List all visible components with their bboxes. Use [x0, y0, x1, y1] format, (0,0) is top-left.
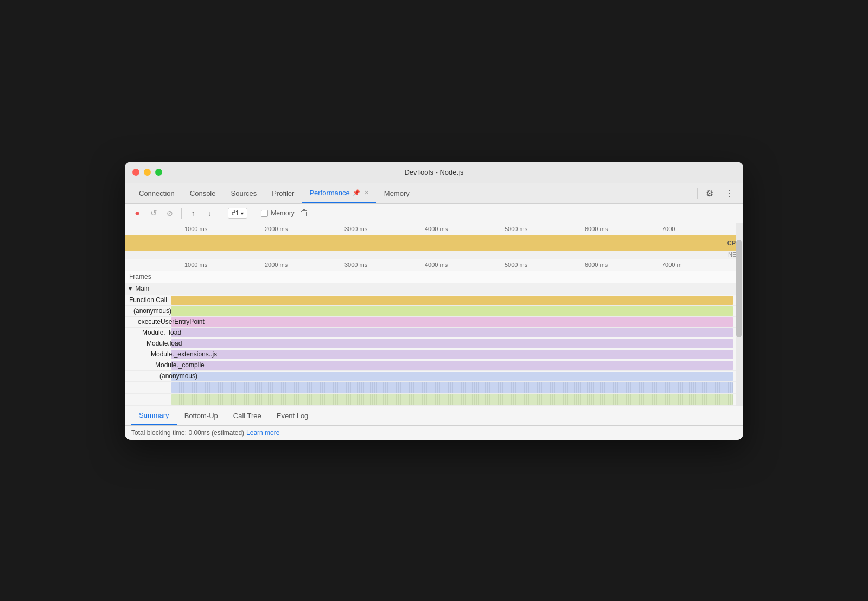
flame-bar-4	[171, 339, 733, 348]
status-text: Total blocking time: 0.00ms (estimated)	[131, 429, 244, 437]
toolbar-separator-1	[181, 208, 182, 219]
flame-bar-6	[171, 361, 733, 370]
main-label: ▼ Main	[127, 285, 149, 292]
flame-bar-container-4	[171, 338, 733, 349]
flame-row-8[interactable]	[125, 382, 743, 394]
main-content: 1000 ms 2000 ms 3000 ms 4000 ms 5000 ms …	[125, 223, 743, 406]
flame-row-2[interactable]: executeUserEntryPoint	[125, 317, 743, 328]
tab-bar: Connection Console Sources Profiler Perf…	[125, 183, 743, 204]
time-marker-3: 3000 ms	[344, 226, 367, 232]
flame-time-4: 4000 ms	[425, 261, 448, 268]
performance-pin-icon: 📌	[353, 189, 360, 196]
time-marker-4: 4000 ms	[425, 226, 448, 232]
flame-row-1[interactable]: (anonymous)	[125, 306, 743, 317]
memory-checkbox[interactable]: Memory	[261, 209, 294, 217]
flame-label-1: (anonymous)	[125, 306, 255, 316]
flamechart-header: 1000 ms 2000 ms 3000 ms 4000 ms 5000 ms …	[125, 259, 743, 271]
tab-call-tree[interactable]: Call Tree	[226, 406, 269, 425]
flame-label-5: Module._extensions..js	[125, 349, 255, 360]
flame-row-0[interactable]: Function Call	[125, 295, 743, 306]
flame-time-1: 1000 ms	[184, 261, 207, 268]
title-bar: DevTools - Node.js	[125, 162, 743, 183]
settings-icon[interactable]: ⚙	[702, 186, 717, 201]
tab-performance[interactable]: Performance 📌 ✕	[302, 183, 376, 203]
toolbar-separator-3	[252, 208, 252, 219]
memory-checkbox-label: Memory	[271, 209, 294, 217]
tab-right-icons: ⚙ ⋮	[697, 186, 737, 201]
flame-time-7: 7000 m	[662, 261, 682, 268]
memory-checkbox-box[interactable]	[261, 210, 268, 217]
flame-time-3: 3000 ms	[344, 261, 367, 268]
close-button[interactable]	[132, 169, 139, 176]
delete-button[interactable]: 🗑	[300, 208, 309, 218]
flame-time-2: 2000 ms	[265, 261, 288, 268]
flame-row-3[interactable]: Module._load	[125, 328, 743, 338]
time-marker-2: 2000 ms	[265, 226, 288, 232]
tab-sources[interactable]: Sources	[223, 183, 264, 203]
tab-console[interactable]: Console	[182, 183, 224, 203]
flame-row-9[interactable]	[125, 394, 743, 406]
flame-label-4: Module.load	[125, 338, 255, 349]
flame-bar-9	[171, 394, 733, 405]
flame-bar-container-6	[171, 360, 733, 370]
tab-summary[interactable]: Summary	[131, 406, 177, 425]
scrollbar-track[interactable]	[736, 223, 743, 406]
frames-row: Frames	[125, 271, 743, 283]
flame-bar-7	[171, 372, 733, 381]
flame-time-5: 5000 ms	[505, 261, 527, 268]
flame-row-7[interactable]: (anonymous)	[125, 371, 743, 382]
flame-bar-0	[171, 296, 733, 305]
flame-label-7: (anonymous)	[125, 371, 255, 381]
flame-bar-3	[171, 328, 733, 337]
flame-bar-container-9	[171, 394, 733, 405]
reload-button[interactable]: ↺	[146, 206, 161, 220]
flame-bar-1	[171, 306, 733, 316]
time-marker-1: 1000 ms	[184, 226, 207, 232]
bottom-tabs: Summary Bottom-Up Call Tree Event Log	[125, 406, 743, 425]
flame-row-4[interactable]: Module.load	[125, 338, 743, 349]
flame-time-6: 6000 ms	[585, 261, 608, 268]
main-section-header[interactable]: ▼ Main	[125, 283, 743, 295]
tab-profiler[interactable]: Profiler	[264, 183, 302, 203]
toolbar: ● ↺ ⊘ ↑ ↓ #1 ▾ Memory 🗑	[125, 204, 743, 223]
status-bar: Total blocking time: 0.00ms (estimated) …	[125, 425, 743, 440]
cpu-bar: CPU	[125, 235, 743, 251]
flame-bar-container-8	[171, 382, 733, 393]
flame-bar-container-2	[171, 317, 733, 327]
performance-close-icon[interactable]: ✕	[364, 189, 369, 196]
top-time-ruler: 1000 ms 2000 ms 3000 ms 4000 ms 5000 ms …	[125, 223, 743, 235]
tab-bottom-up[interactable]: Bottom-Up	[177, 406, 226, 425]
profile-select[interactable]: #1 ▾	[228, 208, 247, 219]
scrollbar-thumb[interactable]	[736, 240, 742, 337]
tab-event-log[interactable]: Event Log	[269, 406, 316, 425]
tab-connection[interactable]: Connection	[131, 183, 182, 203]
clear-button[interactable]: ⊘	[163, 206, 177, 220]
tab-memory[interactable]: Memory	[376, 183, 417, 203]
minimize-button[interactable]	[144, 169, 151, 176]
frames-label: Frames	[129, 273, 151, 280]
flame-bar-container-7	[171, 371, 733, 381]
flame-label-2: executeUserEntryPoint	[125, 317, 255, 327]
flame-bar-8	[171, 382, 733, 393]
time-marker-7: 7000	[662, 226, 675, 232]
time-marker-6: 6000 ms	[585, 226, 608, 232]
flame-label-6: Module._compile	[125, 360, 255, 370]
maximize-button[interactable]	[155, 169, 162, 176]
chevron-down-icon: ▾	[241, 210, 244, 216]
flame-bar-5	[171, 350, 733, 359]
flame-bar-container-1	[171, 306, 733, 316]
flame-row-6[interactable]: Module._compile	[125, 360, 743, 371]
upload-button[interactable]: ↑	[186, 206, 200, 220]
flame-bar-container-3	[171, 328, 733, 338]
download-button[interactable]: ↓	[202, 206, 216, 220]
flame-bar-2	[171, 317, 733, 327]
profile-label: #1	[232, 209, 239, 217]
time-marker-5: 5000 ms	[505, 226, 527, 232]
learn-more-link[interactable]: Learn more	[246, 429, 279, 437]
devtools-window: DevTools - Node.js Connection Console So…	[125, 162, 743, 440]
flame-label-0: Function Call	[125, 295, 255, 305]
flame-bar-container-5	[171, 349, 733, 360]
flame-row-5[interactable]: Module._extensions..js	[125, 349, 743, 360]
more-icon[interactable]: ⋮	[722, 186, 737, 201]
record-button[interactable]: ●	[130, 206, 144, 220]
